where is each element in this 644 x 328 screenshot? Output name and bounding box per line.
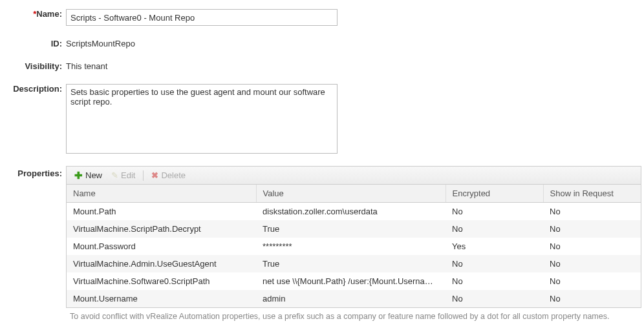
name-input[interactable] [66,9,338,26]
cell-show: No [543,290,641,307]
cell-show: No [543,238,641,255]
cell-name: VirtualMachine.ScriptPath.Decrypt [67,220,256,238]
cell-value: admin [256,290,445,307]
table-row[interactable]: VirtualMachine.Admin.UseGuestAgentTrueNo… [67,255,641,272]
visibility-value: This tenant [66,59,638,71]
cell-encrypted: Yes [445,238,543,255]
properties-table: Name Value Encrypted Show in Request Mou… [67,185,641,307]
cell-show: No [543,255,641,272]
delete-button-label: Delete [161,170,186,180]
cell-show: No [543,272,641,290]
cell-value: True [256,255,445,272]
description-label: Description: [6,81,66,94]
id-value: ScriptsMountRepo [66,36,638,48]
cell-encrypted: No [445,255,543,272]
cell-name: VirtualMachine.Admin.UseGuestAgent [67,255,256,272]
name-label: *Name: [6,6,66,19]
edit-button[interactable]: ✎ Edit [109,169,138,181]
table-row[interactable]: Mount.Pathdiskstation.zoller.com\userdat… [67,203,641,221]
table-row[interactable]: VirtualMachine.Software0.ScriptPathnet u… [67,272,641,290]
cell-name: VirtualMachine.Software0.ScriptPath [67,272,256,290]
toolbar-separator [143,170,144,181]
plus-icon: ✚ [74,170,83,180]
cell-encrypted: No [445,272,543,290]
visibility-label: Visibility: [6,59,66,71]
table-row[interactable]: Mount.Password*********YesNo [67,238,641,255]
cell-value: ********* [256,238,445,255]
cell-name: Mount.Path [67,203,256,221]
cell-value: net use \\{Mount.Path} /user:{Mount.User… [256,272,445,290]
cell-show: No [543,220,641,238]
table-row[interactable]: Mount.UsernameadminNoNo [67,290,641,307]
cell-encrypted: No [445,220,543,238]
footer-note: To avoid conflict with vRealize Automati… [6,309,644,321]
cell-value: True [256,220,445,238]
properties-toolbar: ✚ New ✎ Edit ✖ Delete [67,167,641,185]
delete-icon: ✖ [151,170,158,180]
edit-button-label: Edit [121,170,135,180]
new-button-label: New [85,170,102,180]
table-row[interactable]: VirtualMachine.ScriptPath.DecryptTrueNoN… [67,220,641,238]
description-input[interactable] [66,84,338,154]
cell-name: Mount.Password [67,238,256,255]
delete-button[interactable]: ✖ Delete [149,169,188,181]
cell-value: diskstation.zoller.com\userdata [256,203,445,221]
col-header-encrypted[interactable]: Encrypted [445,185,543,203]
properties-panel: ✚ New ✎ Edit ✖ Delete [66,166,641,308]
id-label: ID: [6,36,66,48]
col-header-name[interactable]: Name [67,185,256,203]
cell-name: Mount.Username [67,290,256,307]
properties-label: Properties: [6,166,66,178]
new-button[interactable]: ✚ New [72,169,105,181]
cell-encrypted: No [445,290,543,307]
col-header-value[interactable]: Value [256,185,445,203]
cell-show: No [543,203,641,221]
col-header-show[interactable]: Show in Request [543,185,641,203]
cell-encrypted: No [445,203,543,221]
pencil-icon: ✎ [111,170,118,180]
